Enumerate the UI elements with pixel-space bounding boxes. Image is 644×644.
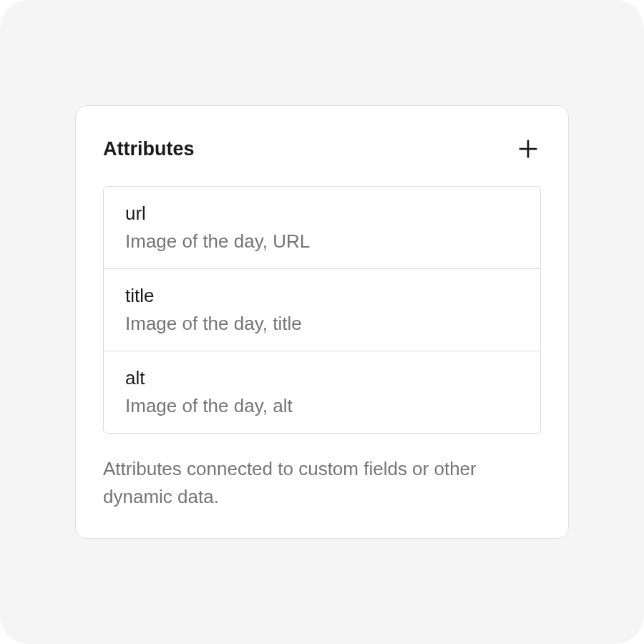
attribute-item-url[interactable]: url Image of the day, URL: [104, 187, 540, 269]
plus-icon: [517, 138, 539, 160]
attribute-item-title[interactable]: title Image of the day, title: [104, 269, 540, 351]
panel-header: Attributes: [103, 136, 541, 162]
panel-title: Attributes: [103, 138, 195, 160]
attribute-description: Image of the day, title: [125, 313, 519, 335]
attribute-name: alt: [125, 367, 519, 389]
attributes-panel: Attributes url Image of the day, URL tit…: [75, 105, 569, 539]
attribute-description: Image of the day, URL: [125, 230, 519, 253]
attribute-description: Image of the day, alt: [125, 395, 519, 417]
add-attribute-button[interactable]: [515, 136, 541, 162]
panel-footer-text: Attributes connected to custom fields or…: [103, 455, 541, 511]
attribute-name: title: [125, 285, 519, 307]
attribute-item-alt[interactable]: alt Image of the day, alt: [104, 351, 540, 433]
attribute-list: url Image of the day, URL title Image of…: [103, 186, 541, 434]
attribute-name: url: [125, 203, 519, 225]
page-background: Attributes url Image of the day, URL tit…: [0, 0, 644, 644]
